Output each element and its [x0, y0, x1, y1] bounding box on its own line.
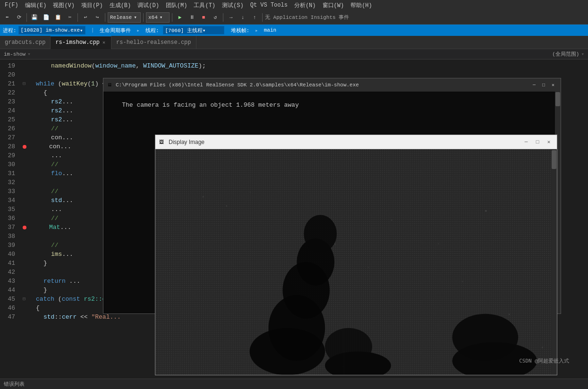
display-scrollbar-thumb[interactable]	[552, 150, 556, 169]
separator-5	[172, 13, 172, 22]
pause-btn[interactable]: ⏸	[187, 12, 197, 23]
stack-value: main	[264, 27, 276, 33]
display-scrollbar[interactable]	[551, 149, 557, 375]
scope: (全局范围)	[552, 51, 579, 58]
toolbar-btn-5[interactable]: 📋	[53, 12, 63, 23]
config-dropdown[interactable]: Release ▾	[108, 12, 141, 23]
menu-qt[interactable]: Qt VS Tools	[247, 1, 290, 9]
bottom-label: 错误列表	[4, 381, 25, 388]
process-label: 进程: [10828] im-show.exe ▾	[3, 26, 85, 34]
tab-label: rs-imshow.cpp	[55, 39, 100, 46]
bottom-bar: 错误列表	[0, 379, 588, 389]
menu-build[interactable]: 生成(B)	[107, 0, 134, 10]
svg-point-12	[452, 314, 519, 361]
svg-rect-16	[391, 220, 392, 220]
separator-3	[105, 13, 105, 22]
display-body	[155, 149, 557, 375]
platform-chevron: ▾	[160, 14, 163, 20]
menu-project[interactable]: 项目(P)	[78, 0, 106, 10]
collapse-btn[interactable]: ⊟	[23, 79, 26, 88]
menu-analyze[interactable]: 分析(N)	[291, 0, 319, 10]
menu-window[interactable]: 窗口(W)	[320, 0, 347, 10]
app-insights: 无 Application Insights 事件	[265, 14, 349, 21]
console-title: C:\Program Files (x86)\Intel RealSense S…	[116, 82, 528, 88]
lifecycle-events[interactable]: 生命周期事件	[100, 27, 131, 34]
step-out-btn[interactable]: ↑	[249, 12, 260, 23]
console-scrollbar-thumb[interactable]	[555, 92, 560, 106]
breakpoint-28	[23, 145, 26, 149]
filename: im-show	[4, 51, 26, 57]
separator-6	[223, 13, 223, 22]
thread-dropdown[interactable]: [7060] 主线程 ▾	[163, 26, 224, 34]
undo-btn[interactable]: ↩	[80, 12, 91, 23]
config-value: Release	[110, 15, 132, 20]
display-maximize-btn[interactable]: □	[533, 138, 542, 146]
restart-btn[interactable]: ↺	[210, 12, 221, 23]
redo-btn[interactable]: ↪	[92, 12, 102, 23]
toolbar-btn-2[interactable]: ⟳	[14, 12, 24, 23]
toolbar-btn-3[interactable]: 💾	[29, 12, 40, 23]
separator-4	[143, 13, 144, 22]
toolbar-btn-6[interactable]: ✂	[65, 12, 75, 23]
menu-tools[interactable]: 工具(T)	[191, 0, 218, 10]
display-window: 🖼 Display Image ─ □ ✕	[155, 135, 557, 375]
tab-close-btn[interactable]: ✕	[102, 40, 106, 45]
console-close-btn[interactable]: ✕	[549, 81, 557, 89]
menu-debug[interactable]: 调试(D)	[135, 0, 162, 10]
separator-1	[26, 13, 27, 22]
breakpoint-37	[23, 226, 26, 229]
tab-rshello[interactable]: rs-hello-realsense.cpp	[111, 36, 196, 49]
menu-bar: F(F) 编辑(E) 视图(V) 项目(P) 生成(B) 调试(D) 团队(M)…	[0, 0, 588, 10]
file-header: im-show ▾ (全局范围) ▾	[0, 49, 588, 59]
tab-bar: grabcuts.cpp rs-imshow.cpp ✕ rs-hello-re…	[0, 36, 588, 49]
tab-rsimshow[interactable]: rs-imshow.cpp ✕	[51, 36, 111, 49]
toolbar-btn-4[interactable]: 📄	[41, 12, 51, 23]
svg-rect-17	[438, 243, 439, 245]
separator-7	[262, 13, 263, 22]
code-line: namedWindow(window_name, WINDOW_AUTOSIZE…	[23, 61, 584, 70]
toolbar-btn-1[interactable]: ⬅	[2, 12, 12, 23]
svg-rect-14	[226, 205, 227, 206]
stop-btn[interactable]: ■	[198, 12, 209, 23]
process-dropdown[interactable]: [10828] im-show.exe ▾	[18, 26, 85, 34]
watermark: CSDN @阿超爱嵌入式	[519, 357, 569, 364]
thread-value: [7060] 主线程	[165, 27, 203, 34]
console-icon: 🖥	[107, 82, 112, 88]
display-icon: 🖼	[159, 139, 164, 145]
svg-point-10	[325, 328, 372, 366]
platform-dropdown[interactable]: x64 ▾	[146, 12, 170, 23]
menu-test[interactable]: 测试(S)	[219, 0, 247, 10]
config-chevron: ▾	[134, 14, 137, 20]
svg-rect-21	[461, 281, 463, 282]
collapse-btn-45[interactable]: ⊟	[23, 295, 26, 304]
console-titlebar: 🖥 C:\Program Files (x86)\Intel RealSense…	[103, 78, 561, 92]
step-over-btn[interactable]: →	[226, 12, 236, 23]
display-minimize-btn[interactable]: ─	[522, 138, 530, 146]
svg-rect-22	[509, 314, 510, 315]
svg-rect-19	[367, 267, 369, 268]
display-titlebar: 🖼 Display Image ─ □ ✕	[155, 135, 557, 149]
svg-rect-23	[542, 347, 543, 348]
step-into-btn[interactable]: ↓	[238, 12, 248, 23]
svg-point-8	[304, 215, 337, 253]
play-btn[interactable]: ▶	[175, 12, 185, 23]
tab-grabcuts[interactable]: grabcuts.cpp	[0, 36, 51, 49]
svg-rect-13	[203, 196, 204, 197]
platform-value: x64	[148, 15, 158, 20]
svg-rect-18	[485, 210, 486, 211]
line-numbers: 19 20 21 22 23 24 25 26 27 28 29 30 31 3…	[0, 59, 19, 368]
menu-view[interactable]: 视图(V)	[50, 0, 77, 10]
menu-file[interactable]: F(F)	[2, 1, 21, 9]
svg-rect-20	[334, 243, 335, 245]
display-close-btn[interactable]: ✕	[545, 138, 553, 146]
separator-2	[77, 13, 78, 22]
process-value: [10828] im-show.exe	[21, 27, 80, 33]
menu-help[interactable]: 帮助(H)	[348, 0, 375, 10]
toolbar: ⬅ ⟳ 💾 📄 📋 ✂ ↩ ↪ Release ▾ x64 ▾ ▶ ⏸ ■ ↺ …	[0, 10, 588, 25]
depth-image	[155, 149, 557, 375]
console-maximize-btn[interactable]: □	[540, 81, 547, 89]
status-bar: 进程: [10828] im-show.exe ▾ | 生命周期事件 ▸ 线程:…	[0, 25, 588, 36]
menu-team[interactable]: 团队(M)	[163, 0, 190, 10]
console-minimize-btn[interactable]: ─	[530, 81, 538, 89]
menu-edit[interactable]: 编辑(E)	[22, 0, 50, 10]
